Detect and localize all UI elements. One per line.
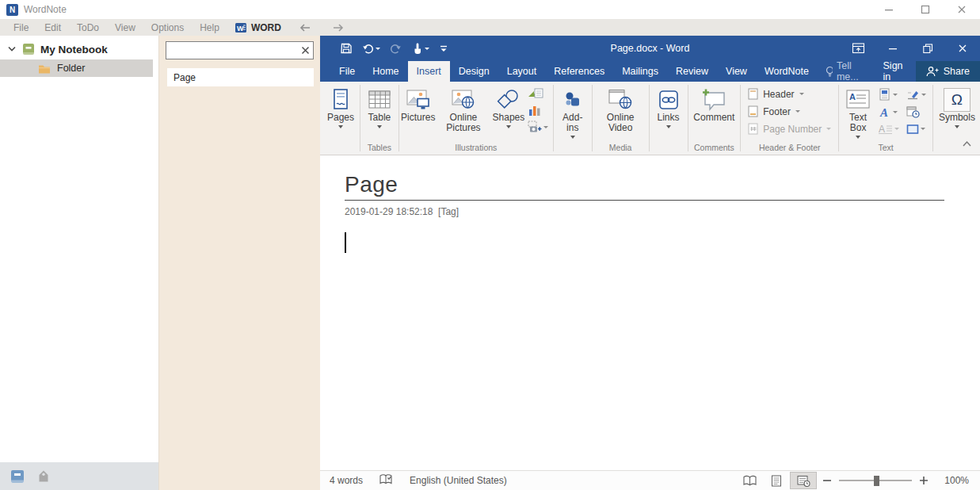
word-restore-button[interactable] (910, 36, 945, 61)
menu-options[interactable]: Options (143, 22, 192, 33)
zoom-out-button[interactable] (817, 474, 837, 487)
signature-line-button[interactable] (906, 88, 926, 101)
search-clear-icon[interactable] (297, 46, 313, 55)
document-timestamp[interactable]: 2019-01-29 18:52:18 [Tag] (345, 206, 980, 217)
sidebar-item-folder[interactable]: Folder (0, 59, 153, 77)
document-heading[interactable]: Page (345, 172, 944, 197)
online-video-button[interactable]: Online Video (595, 82, 646, 141)
word-count[interactable]: 4 words (330, 475, 363, 486)
share-button[interactable]: Share (916, 61, 980, 82)
share-person-icon (926, 66, 939, 77)
drop-cap-button[interactable]: A (879, 123, 899, 135)
dropdown-arrow (893, 94, 898, 96)
tab-wordnote[interactable]: WordNote (756, 61, 818, 82)
page-number-icon (748, 123, 758, 135)
web-layout-icon (797, 475, 810, 487)
smartart-button[interactable] (528, 87, 548, 100)
dropdown-arrow (570, 136, 575, 139)
comment-button[interactable]: Comment (690, 82, 738, 141)
menu-file[interactable]: File (6, 22, 36, 33)
zoom-slider[interactable] (839, 480, 912, 481)
collapse-ribbon-button[interactable] (962, 139, 972, 150)
comment-icon (701, 86, 726, 113)
pages-button[interactable]: Pages (324, 82, 357, 141)
addins-button[interactable]: Add-ins (556, 82, 589, 141)
wordart-button[interactable]: A (879, 105, 899, 118)
notebook-label: My Notebook (40, 44, 108, 56)
svg-text:W: W (237, 24, 244, 32)
tab-view[interactable]: View (717, 61, 756, 82)
footer-button[interactable]: Footer (748, 105, 831, 117)
ribbon-display-options-button[interactable] (841, 36, 875, 61)
dropdown-arrow (666, 125, 671, 128)
tell-me-button[interactable]: Tell me... (818, 61, 875, 82)
search-box (166, 41, 314, 59)
app-minimize-button[interactable] (871, 0, 907, 19)
tab-word[interactable]: W WORD (227, 21, 288, 34)
table-button[interactable]: Table (363, 82, 396, 141)
sign-in-button[interactable]: Sign in (875, 61, 916, 82)
page-number-button[interactable]: Page Number (748, 123, 831, 135)
table-icon (367, 86, 392, 113)
quick-parts-button[interactable] (879, 88, 899, 101)
tab-home[interactable]: Home (364, 61, 407, 82)
zoom-in-button[interactable] (913, 474, 934, 487)
web-layout-button[interactable] (790, 472, 817, 489)
save-button[interactable] (335, 36, 357, 61)
menu-view[interactable]: View (107, 22, 143, 33)
ribbon-group-illustrations: Pictures Online Pictures Shapes (400, 82, 552, 155)
read-mode-button[interactable] (736, 472, 763, 489)
redo-button[interactable] (385, 36, 406, 61)
undo-button[interactable] (357, 36, 385, 61)
shapes-button[interactable]: Shapes (492, 82, 525, 141)
tab-review[interactable]: Review (667, 61, 717, 82)
search-input[interactable] (166, 42, 297, 59)
menu-edit[interactable]: Edit (36, 22, 69, 33)
tags-view-icon[interactable] (37, 469, 50, 483)
tab-insert[interactable]: Insert (408, 61, 450, 82)
sidebar-item-my-notebook[interactable]: My Notebook (0, 39, 158, 59)
word-minimize-button[interactable] (875, 36, 910, 61)
zoom-slider-thumb[interactable] (874, 476, 879, 486)
symbols-button[interactable]: Ω Symbols (936, 82, 978, 141)
notebook-sidebar: My Notebook Folder (0, 36, 158, 490)
zoom-level[interactable]: 100% (934, 475, 969, 486)
tab-file[interactable]: File (330, 61, 364, 82)
menu-todo[interactable]: ToDo (69, 22, 107, 33)
group-separator (649, 85, 650, 151)
touch-mode-button[interactable] (406, 36, 434, 61)
pictures-button[interactable]: Pictures (402, 82, 435, 141)
app-title: WordNote (24, 4, 67, 15)
tab-layout[interactable]: Layout (498, 61, 546, 82)
customize-qat-button[interactable] (434, 36, 453, 61)
language-status[interactable]: English (United States) (410, 475, 507, 486)
menu-help[interactable]: Help (192, 22, 227, 33)
links-button[interactable]: Links (652, 82, 685, 141)
proofing-status-icon[interactable] (379, 473, 393, 488)
online-pictures-button[interactable]: Online Pictures (435, 82, 492, 141)
tab-references[interactable]: References (545, 61, 613, 82)
word-close-button[interactable] (945, 36, 980, 61)
date-time-button[interactable] (906, 105, 926, 118)
dropdown-arrow (893, 111, 898, 113)
chevron-down-icon[interactable] (7, 45, 17, 53)
forward-arrow-button[interactable] (322, 22, 355, 33)
group-separator (838, 85, 839, 151)
object-button[interactable] (906, 123, 926, 135)
dropdown-arrow (921, 128, 925, 130)
text-box-button[interactable]: A Text Box (841, 82, 875, 141)
print-layout-button[interactable] (763, 472, 790, 489)
list-item-page[interactable]: Page (167, 68, 314, 86)
app-maximize-button[interactable] (907, 0, 944, 19)
app-close-button[interactable] (944, 0, 980, 19)
notebooks-view-icon[interactable] (10, 469, 25, 484)
back-arrow-button[interactable] (288, 22, 322, 33)
addins-icon (562, 86, 583, 113)
tab-design[interactable]: Design (450, 61, 498, 82)
header-button[interactable]: Header (748, 88, 831, 100)
tab-mailings[interactable]: Mailings (613, 61, 667, 82)
date-time-icon (906, 105, 920, 118)
chart-button[interactable] (528, 104, 548, 117)
document-canvas[interactable]: Page 2019-01-29 18:52:18 [Tag] (320, 155, 980, 470)
screenshot-button[interactable] (528, 121, 548, 133)
